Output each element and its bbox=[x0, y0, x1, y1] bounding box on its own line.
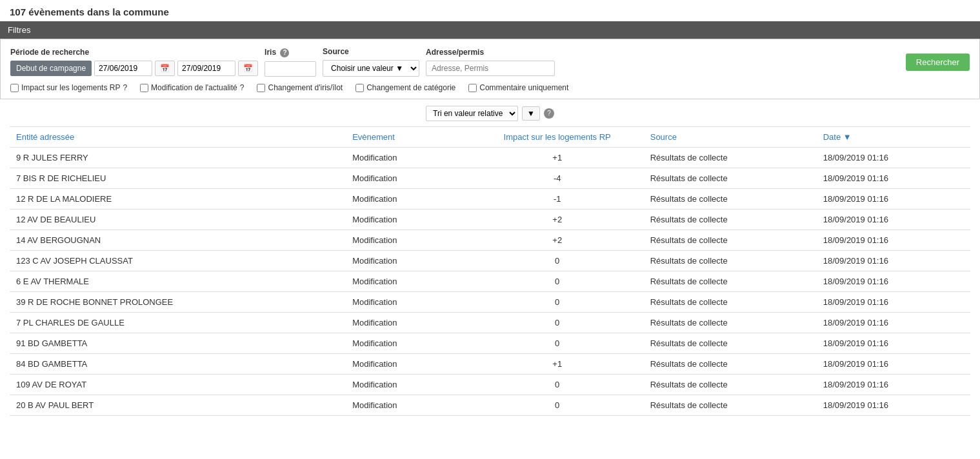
cell-date: 18/09/2019 01:16 bbox=[817, 354, 970, 375]
filter-bar[interactable]: Filtres bbox=[0, 21, 980, 39]
calendar-end-icon[interactable]: 📅 bbox=[238, 61, 258, 76]
address-input[interactable] bbox=[426, 61, 555, 76]
table-row[interactable]: 109 AV DE ROYAT Modification 0 Résultats… bbox=[10, 375, 970, 395]
table-row[interactable]: 14 AV BERGOUGNAN Modification +2 Résulta… bbox=[10, 230, 970, 251]
iris-label: Iris ? bbox=[265, 48, 316, 57]
cell-source: Résultats de collecte bbox=[644, 271, 817, 292]
cell-impact: 0 bbox=[471, 333, 644, 354]
th-source: Source bbox=[644, 127, 817, 148]
cell-event: Modification bbox=[346, 271, 471, 292]
table-row[interactable]: 12 AV DE BEAULIEU Modification +2 Résult… bbox=[10, 210, 970, 230]
sort-help-icon[interactable]: ? bbox=[544, 108, 554, 119]
sort-bar: Tri en valeur relative ▼ ? bbox=[10, 106, 970, 121]
cell-date: 18/09/2019 01:16 bbox=[817, 210, 970, 230]
date-start-input[interactable] bbox=[94, 61, 152, 76]
sort-arrow-button[interactable]: ▼ bbox=[522, 106, 540, 121]
cell-event: Modification bbox=[346, 292, 471, 313]
cell-source: Résultats de collecte bbox=[644, 230, 817, 251]
table-row[interactable]: 7 PL CHARLES DE GAULLE Modification 0 Ré… bbox=[10, 313, 970, 333]
table-row[interactable]: 39 R DE ROCHE BONNET PROLONGEE Modificat… bbox=[10, 292, 970, 313]
source-select[interactable]: Choisir une valeur ▼ bbox=[323, 60, 419, 77]
address-group: Adresse/permis bbox=[426, 48, 555, 76]
checkbox-changement-cat-label[interactable]: Changement de catégorie bbox=[355, 83, 455, 92]
cell-entity: 123 C AV JOSEPH CLAUSSAT bbox=[10, 251, 346, 271]
cell-source: Résultats de collecte bbox=[644, 354, 817, 375]
page-title: 107 évènements dans la commune bbox=[0, 0, 980, 21]
periode-label: Période de recherche bbox=[10, 48, 258, 57]
th-impact-link[interactable]: Impact sur les logements RP bbox=[504, 132, 611, 142]
th-source-link[interactable]: Source bbox=[650, 132, 677, 142]
cell-impact: +2 bbox=[471, 230, 644, 251]
calendar-start-icon[interactable]: 📅 bbox=[155, 61, 175, 76]
cell-event: Modification bbox=[346, 354, 471, 375]
cell-date: 18/09/2019 01:16 bbox=[817, 395, 970, 416]
table-row[interactable]: 20 B AV PAUL BERT Modification 0 Résulta… bbox=[10, 395, 970, 416]
table-row[interactable]: 91 BD GAMBETTA Modification 0 Résultats … bbox=[10, 333, 970, 354]
source-group: Source Choisir une valeur ▼ bbox=[323, 47, 419, 77]
cell-entity: 12 AV DE BEAULIEU bbox=[10, 210, 346, 230]
date-end-input[interactable] bbox=[177, 61, 235, 76]
checkbox-commentaire[interactable] bbox=[468, 84, 477, 92]
table-row[interactable]: 6 E AV THERMALE Modification 0 Résultats… bbox=[10, 271, 970, 292]
cell-date: 18/09/2019 01:16 bbox=[817, 375, 970, 395]
cell-impact: 0 bbox=[471, 395, 644, 416]
table-row[interactable]: 7 BIS R DE RICHELIEU Modification -4 Rés… bbox=[10, 168, 970, 189]
cell-entity: 39 R DE ROCHE BONNET PROLONGEE bbox=[10, 292, 346, 313]
cell-date: 18/09/2019 01:16 bbox=[817, 292, 970, 313]
iris-help-icon[interactable]: ? bbox=[280, 48, 289, 57]
cell-source: Résultats de collecte bbox=[644, 189, 817, 210]
cell-date: 18/09/2019 01:16 bbox=[817, 313, 970, 333]
cell-impact: 0 bbox=[471, 292, 644, 313]
table-row[interactable]: 9 R JULES FERRY Modification +1 Résultat… bbox=[10, 148, 970, 168]
cell-entity: 6 E AV THERMALE bbox=[10, 271, 346, 292]
th-entity: Entité adressée bbox=[10, 127, 346, 148]
table-row[interactable]: 84 BD GAMBETTA Modification +1 Résultats… bbox=[10, 354, 970, 375]
cell-date: 18/09/2019 01:16 bbox=[817, 148, 970, 168]
checkbox-commentaire-label[interactable]: Commentaire uniquement bbox=[468, 83, 568, 92]
cell-event: Modification bbox=[346, 148, 471, 168]
impact-help-icon[interactable]: ? bbox=[123, 83, 127, 92]
checkbox-modif-actu[interactable] bbox=[140, 84, 148, 92]
th-event: Evènement bbox=[346, 127, 471, 148]
checkbox-modif-actu-label[interactable]: Modification de l'actualité ? bbox=[140, 83, 244, 92]
checkbox-row: Impact sur les logements RP ? Modificati… bbox=[10, 83, 970, 92]
modif-actu-help-icon[interactable]: ? bbox=[240, 83, 245, 92]
cell-impact: 0 bbox=[471, 375, 644, 395]
checkbox-changement-iris[interactable] bbox=[257, 84, 265, 92]
cell-source: Résultats de collecte bbox=[644, 333, 817, 354]
cell-impact: +2 bbox=[471, 210, 644, 230]
checkbox-changement-iris-label[interactable]: Changement d'iris/îlot bbox=[257, 83, 343, 92]
date-group: Debut de campagne 📅 📅 bbox=[10, 61, 258, 76]
filter-section: Période de recherche Debut de campagne 📅… bbox=[0, 39, 980, 99]
cell-source: Résultats de collecte bbox=[644, 251, 817, 271]
cell-impact: 0 bbox=[471, 271, 644, 292]
table-row[interactable]: 12 R DE LA MALODIERE Modification -1 Rés… bbox=[10, 189, 970, 210]
th-date-link[interactable]: Date ▼ bbox=[823, 132, 852, 142]
cell-entity: 20 B AV PAUL BERT bbox=[10, 395, 346, 416]
table-header-row: Entité adressée Evènement Impact sur les… bbox=[10, 127, 970, 148]
cell-date: 18/09/2019 01:16 bbox=[817, 230, 970, 251]
source-label: Source bbox=[323, 47, 419, 56]
periode-group: Période de recherche Debut de campagne 📅… bbox=[10, 48, 258, 76]
cell-event: Modification bbox=[346, 251, 471, 271]
cell-entity: 7 BIS R DE RICHELIEU bbox=[10, 168, 346, 189]
search-button[interactable]: Rechercher bbox=[906, 54, 970, 71]
sort-select[interactable]: Tri en valeur relative bbox=[426, 106, 518, 121]
cell-entity: 109 AV DE ROYAT bbox=[10, 375, 346, 395]
th-event-link[interactable]: Evènement bbox=[352, 132, 395, 142]
cell-impact: 0 bbox=[471, 313, 644, 333]
checkbox-impact[interactable] bbox=[10, 84, 19, 92]
debut-campagne-button[interactable]: Debut de campagne bbox=[10, 61, 92, 76]
iris-group: Iris ? bbox=[265, 48, 316, 77]
iris-input[interactable] bbox=[265, 61, 316, 77]
cell-date: 18/09/2019 01:16 bbox=[817, 189, 970, 210]
cell-impact: +1 bbox=[471, 148, 644, 168]
th-entity-link[interactable]: Entité adressée bbox=[16, 132, 74, 142]
cell-event: Modification bbox=[346, 333, 471, 354]
table-row[interactable]: 123 C AV JOSEPH CLAUSSAT Modification 0 … bbox=[10, 251, 970, 271]
cell-impact: 0 bbox=[471, 251, 644, 271]
cell-entity: 7 PL CHARLES DE GAULLE bbox=[10, 313, 346, 333]
checkbox-impact-label[interactable]: Impact sur les logements RP ? bbox=[10, 83, 127, 92]
cell-source: Résultats de collecte bbox=[644, 168, 817, 189]
checkbox-changement-cat[interactable] bbox=[355, 84, 364, 92]
